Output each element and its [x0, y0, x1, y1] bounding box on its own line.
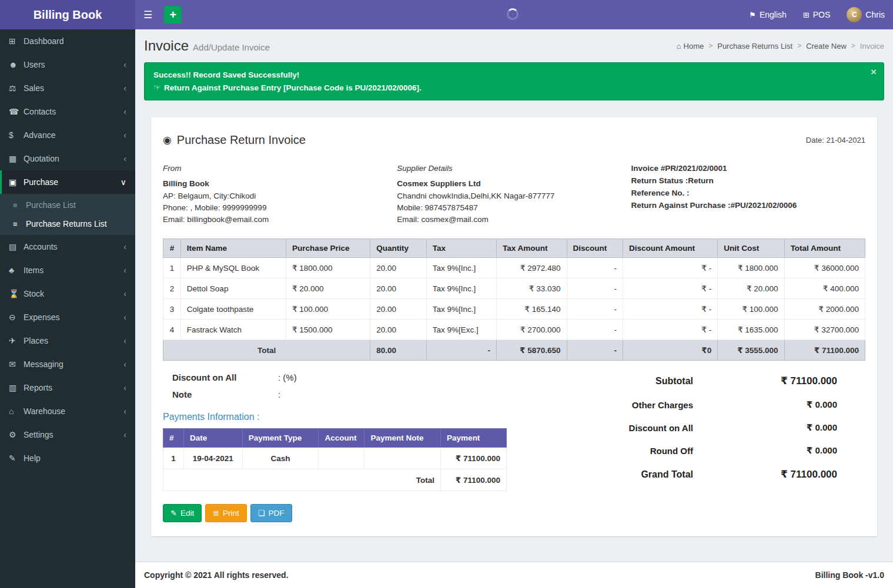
payments-table: # Date Payment Type Account Payment Note… — [163, 428, 507, 491]
column-header: Discount Amount — [623, 239, 718, 258]
total-quantity: 80.00 — [370, 340, 427, 361]
quick-add-button[interactable]: + — [164, 6, 182, 23]
page-subtitle: Add/Update Invoice — [193, 42, 270, 52]
breadcrumb-purchase-returns-list[interactable]: Purchase Returns List — [717, 42, 792, 51]
items-total-row: Total 80.00 - ₹ 5870.650 - ₹0 ₹ 3555.000… — [163, 340, 865, 361]
alert-close-button[interactable]: × — [871, 67, 877, 77]
sidebar-item-settings[interactable]: ⚙ Settings ‹ — [0, 423, 135, 446]
print-button[interactable]: ≣ Print — [205, 504, 247, 522]
sidebar-item-label: Users — [24, 60, 123, 69]
sidebar-item-purchase-list[interactable]: ≡ Purchase List — [0, 196, 135, 214]
total-discount: - — [567, 340, 623, 361]
payments-total-label: Total — [163, 469, 441, 491]
column-header: Account — [319, 429, 364, 448]
sidebar-item-label: Settings — [24, 430, 123, 439]
discount-on-all-row: Discount on All: (%) — [163, 369, 588, 386]
cell: ₹ 1800.000 — [286, 258, 370, 278]
sidebar-item-stock[interactable]: ⌛ Stock ‹ — [0, 282, 135, 305]
user-menu[interactable]: C Chris — [838, 0, 893, 29]
home-icon: ⌂ — [677, 42, 681, 51]
column-header: Tax — [426, 239, 496, 258]
top-navbar: Billing Book ☰ + ⚑ English ⊞ POS C Chris — [0, 0, 893, 29]
cell: - — [567, 320, 623, 340]
payments-total-row: Total ₹ 71100.000 — [163, 469, 507, 491]
sidebar-item-items[interactable]: ♣ Items ‹ — [0, 258, 135, 282]
sidebar-item-label: Sales — [24, 83, 123, 93]
sidebar-item-help[interactable]: ✎ Help — [0, 446, 135, 470]
total-tax: - — [426, 340, 496, 361]
cell: ₹ 71100.000 — [441, 448, 507, 469]
purchase-submenu: ≡ Purchase List ≡ Purchase Returns List — [0, 194, 135, 235]
sidebar-item-warehouse[interactable]: ⌂ Warehouse ‹ — [0, 399, 135, 423]
chevron-down-icon: ∨ — [121, 177, 126, 187]
cell — [364, 448, 441, 469]
total-label: Total — [163, 340, 370, 361]
item-row: 3 Colgate toothpaste ₹ 100.000 20.00 Tax… — [163, 299, 865, 320]
chevron-left-icon: ‹ — [123, 83, 126, 93]
sidebar-item-sales[interactable]: ⚖ Sales ‹ — [0, 76, 135, 100]
cell: ₹ 32700.000 — [784, 320, 865, 340]
item-row: 2 Dettol Soap ₹ 20.000 20.00 Tax 9%[Inc.… — [163, 278, 865, 299]
sidebar-item-users[interactable]: ☻ Users ‹ — [0, 53, 135, 76]
sidebar-item-contacts[interactable]: ☎ Contacts ‹ — [0, 100, 135, 123]
payments-total-value: ₹ 71100.000 — [441, 469, 507, 491]
chevron-left-icon: ‹ — [123, 242, 126, 251]
list-icon: ≡ — [13, 220, 26, 229]
cell: ₹ 36000.000 — [784, 258, 865, 278]
cell: Colgate toothpaste — [180, 299, 286, 320]
sidebar-item-places[interactable]: ✈ Places ‹ — [0, 329, 135, 352]
sidebar-item-expenses[interactable]: ⊖ Expenses ‹ — [0, 305, 135, 329]
summary-row-subtotal: Subtotal ₹ 71100.000 — [588, 375, 837, 387]
language-label: English — [760, 10, 787, 19]
sidebar-item-advance[interactable]: $ Advance ‹ — [0, 123, 135, 147]
cell: ₹ - — [623, 258, 718, 278]
globe-icon: ◉ — [163, 134, 172, 146]
sidebar-item-messaging[interactable]: ✉ Messaging ‹ — [0, 352, 135, 376]
note-row: Note: — [163, 386, 588, 403]
brand-text: Billing Book — [34, 8, 102, 22]
invoice-card: ◉ Purchase Return Invoice Date: 21-04-20… — [151, 117, 877, 536]
breadcrumb-create-new[interactable]: Create New — [806, 42, 847, 51]
cell: Tax 9%[Inc.] — [426, 258, 496, 278]
sidebar-item-label: Stock — [24, 289, 123, 298]
content-wrapper: InvoiceAdd/Update Invoice ⌂ Home > Purch… — [135, 0, 893, 588]
sidebar-item-purchase-returns-list[interactable]: ≡ Purchase Returns List — [0, 214, 135, 233]
pdf-button[interactable]: ❏ PDF — [250, 504, 292, 522]
sidebar-item-label: Purchase — [24, 177, 121, 187]
cell: 3 — [163, 299, 181, 320]
total-discount-amount: ₹0 — [623, 340, 718, 361]
cell: 20.00 — [370, 299, 427, 320]
sidebar-item-dashboard[interactable]: ⊞ Dashboard — [0, 29, 135, 53]
sidebar-item-accounts[interactable]: ▤ Accounts ‹ — [0, 235, 135, 258]
pos-button[interactable]: ⊞ POS — [795, 0, 838, 29]
cell: ₹ 2972.480 — [497, 258, 567, 278]
pos-label: POS — [813, 10, 831, 19]
chevron-left-icon: ‹ — [123, 154, 126, 163]
breadcrumb-home[interactable]: ⌂ Home — [677, 42, 704, 51]
breadcrumb: ⌂ Home > Purchase Returns List > Create … — [677, 42, 884, 51]
expenses-icon: ⊖ — [9, 313, 24, 322]
from-block: From Billing Book AP: Belgaum, City:Chik… — [163, 163, 397, 226]
alert-detail: ☞ Return Against Purchase Entry [Purchas… — [153, 83, 875, 92]
chevron-left-icon: ‹ — [123, 60, 126, 69]
chevron-left-icon: ‹ — [123, 107, 126, 116]
app-logo[interactable]: Billing Book — [0, 0, 135, 29]
chevron-left-icon: ‹ — [123, 383, 126, 392]
summary-row-grand-total: Grand Total ₹ 71100.000 — [588, 468, 837, 481]
sidebar-item-label: Quotation — [24, 154, 123, 163]
cell: Tax 9%[Inc.] — [426, 278, 496, 299]
total-tax-amount: ₹ 5870.650 — [497, 340, 567, 361]
sidebar-item-purchase[interactable]: ▣ Purchase ∨ — [0, 170, 135, 194]
totals-summary: Subtotal ₹ 71100.000 Other Charges ₹ 0.0… — [588, 369, 865, 522]
reports-icon: ▥ — [9, 383, 24, 392]
sidebar-item-reports[interactable]: ▥ Reports ‹ — [0, 376, 135, 399]
users-icon: ☻ — [9, 60, 24, 69]
sidebar-item-quotation[interactable]: ▦ Quotation ‹ — [0, 147, 135, 170]
edit-button[interactable]: ✎ Edit — [163, 504, 202, 522]
sidebar-item-label: Purchase Returns List — [26, 219, 107, 229]
app-version: Billing Book -v1.0 — [815, 570, 884, 580]
cell: 2 — [163, 278, 181, 299]
language-menu[interactable]: ⚑ English — [741, 0, 795, 29]
cell: ₹ - — [623, 299, 718, 320]
sidebar-toggle-button[interactable]: ☰ — [135, 0, 160, 29]
